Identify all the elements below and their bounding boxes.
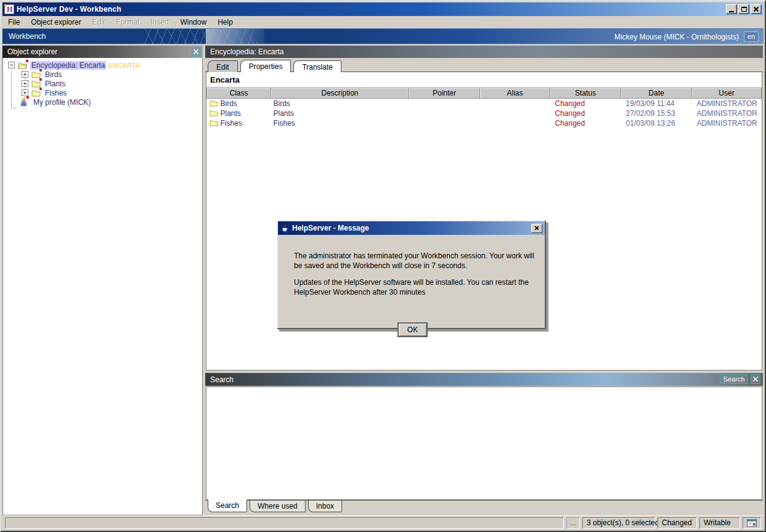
search-panel: Search Search Search Where used Inbox	[205, 373, 763, 514]
window-titlebar: H✦ HelpServer Dev - Workbench	[2, 2, 764, 16]
menu-bar: File Object explorer Edit Format Insert …	[2, 16, 764, 28]
tree-item-label[interactable]: Plants	[44, 80, 67, 88]
col-user[interactable]: User	[692, 88, 762, 99]
menu-window[interactable]: Window	[174, 17, 212, 28]
close-icon	[754, 7, 759, 12]
menu-insert: Insert	[145, 17, 174, 28]
tab-inbox[interactable]: Inbox	[308, 501, 342, 512]
tree-guide-line	[11, 71, 12, 108]
banner: Workbench Mickey Mouse (MICK - Ornitholo…	[2, 28, 764, 44]
expand-toggle-icon[interactable]: +	[22, 89, 28, 96]
tab-where-used[interactable]: Where used	[250, 501, 306, 512]
col-status[interactable]: Status	[550, 88, 621, 99]
content-panel-title: Encyclopedia: Encarta	[210, 47, 283, 56]
status-object-count: 3 object(s), 0 selected	[582, 517, 655, 529]
maximize-button[interactable]	[738, 4, 749, 14]
person-icon	[20, 98, 28, 106]
dialog-titlebar: HelpServer - Message	[278, 221, 545, 235]
banner-user-label: Mickey Mouse (MICK - Ornithologists)	[614, 33, 739, 41]
search-panel-close-button[interactable]	[751, 374, 760, 384]
close-icon	[753, 377, 758, 382]
col-class[interactable]: Class	[207, 88, 271, 99]
tree-guide-line	[11, 108, 17, 108]
tab-search[interactable]: Search	[208, 500, 247, 512]
banner-photo-graphic	[206, 29, 264, 44]
status-window-icon[interactable]	[743, 517, 761, 529]
status-writable-label: Writable	[699, 517, 740, 529]
table-header-row: Class Description Pointer Alias Status D…	[207, 88, 762, 99]
dialog-message-line2: Updates of the HelpServer software will …	[294, 277, 536, 297]
close-button[interactable]	[751, 4, 762, 14]
folder-icon	[210, 110, 218, 117]
folder-icon	[31, 80, 41, 88]
ok-button[interactable]: OK	[397, 322, 428, 337]
content-tabs: Edit Properties Translate	[205, 59, 763, 72]
close-icon	[194, 49, 198, 54]
status-badge: Changed	[550, 118, 621, 128]
status-bar: ... 3 object(s), 0 selected Changed Writ…	[2, 515, 764, 530]
helpserver-app-icon: H✦	[4, 4, 14, 14]
tree-item-fishes[interactable]: + Fishes	[17, 88, 202, 97]
changed-dot	[39, 88, 42, 90]
col-date[interactable]: Date	[621, 88, 692, 99]
changed-dot	[39, 69, 42, 72]
search-button[interactable]: Search	[720, 374, 748, 384]
search-panel-title: Search	[210, 375, 234, 384]
window-title: HelpServer Dev - Workbench	[17, 5, 121, 14]
collapse-toggle-icon[interactable]: −	[8, 62, 15, 68]
status-badge: Changed	[550, 99, 621, 108]
form-icon	[747, 518, 757, 528]
tree-item-plants[interactable]: + Plants	[17, 79, 202, 88]
status-more-button[interactable]: ...	[566, 517, 580, 529]
dialog-message: The administrator has terminated your Wo…	[294, 251, 536, 304]
table-row[interactable]: Birds Birds Changed 19/03/09 11:44 ADMIN…	[207, 99, 762, 108]
search-tabs: Search Where used Inbox	[205, 500, 763, 514]
tree-item-label[interactable]: Fishes	[44, 89, 68, 97]
col-pointer[interactable]: Pointer	[409, 88, 480, 99]
window-controls	[726, 4, 762, 14]
language-button[interactable]: en	[744, 31, 759, 42]
tree-item-label[interactable]: My profile (MICK)	[32, 98, 92, 107]
dialog-body: The administrator has terminated your Wo…	[278, 235, 545, 328]
menu-help[interactable]: Help	[212, 17, 238, 28]
banner-title: Workbench	[9, 32, 46, 41]
maximize-icon	[741, 7, 747, 12]
search-results-area	[206, 387, 762, 500]
menu-edit: Edit	[87, 17, 111, 28]
menu-file[interactable]: File	[2, 17, 25, 28]
tree-item-label[interactable]: Birds	[44, 70, 63, 79]
tree-item-birds[interactable]: + Birds	[17, 70, 202, 79]
object-explorer-title: Object explorer	[7, 47, 57, 56]
minimize-icon	[729, 11, 734, 12]
status-message-area	[5, 517, 564, 529]
table-row[interactable]: Fishes Fishes Changed 01/03/09 13:26 ADM…	[207, 118, 762, 128]
expand-toggle-icon[interactable]: +	[22, 71, 28, 78]
tree-item-my-profile[interactable]: My profile (MICK)	[15, 97, 202, 107]
folder-icon	[210, 120, 218, 126]
open-folder-icon	[18, 62, 27, 69]
menu-format: Format	[110, 17, 145, 28]
properties-table: Class Description Pointer Alias Status D…	[206, 88, 762, 128]
status-changed-label: Changed	[658, 517, 697, 529]
tree-item-tag: ENCARTA	[108, 62, 140, 69]
minimize-button[interactable]	[726, 4, 737, 14]
object-explorer-close-button[interactable]	[191, 47, 201, 57]
message-dialog: HelpServer - Message The administrator h…	[277, 220, 546, 329]
menu-object-explorer[interactable]: Object explorer	[25, 17, 86, 28]
tab-translate[interactable]: Translate	[293, 60, 341, 72]
expand-toggle-icon[interactable]: +	[22, 80, 28, 87]
page-title: Encarta	[206, 72, 762, 88]
tab-edit[interactable]: Edit	[208, 60, 238, 72]
dialog-close-button[interactable]	[531, 224, 542, 233]
col-alias[interactable]: Alias	[480, 88, 550, 99]
changed-dot	[26, 60, 28, 62]
tab-properties[interactable]: Properties	[240, 60, 291, 72]
object-explorer-header: Object explorer	[2, 46, 203, 58]
content-panel-header: Encyclopedia: Encarta	[205, 46, 763, 58]
close-icon	[535, 226, 539, 230]
object-explorer-panel: Object explorer − Encyclopedia: Encarta …	[2, 46, 203, 515]
tree-item-encyclopedia[interactable]: − Encyclopedia: Encarta ENCARTA	[3, 60, 202, 70]
tree-item-label[interactable]: Encyclopedia: Encarta	[30, 61, 106, 70]
col-description[interactable]: Description	[271, 88, 409, 99]
table-row[interactable]: Plants Plants Changed 27/02/09 15:53 ADM…	[207, 108, 762, 118]
